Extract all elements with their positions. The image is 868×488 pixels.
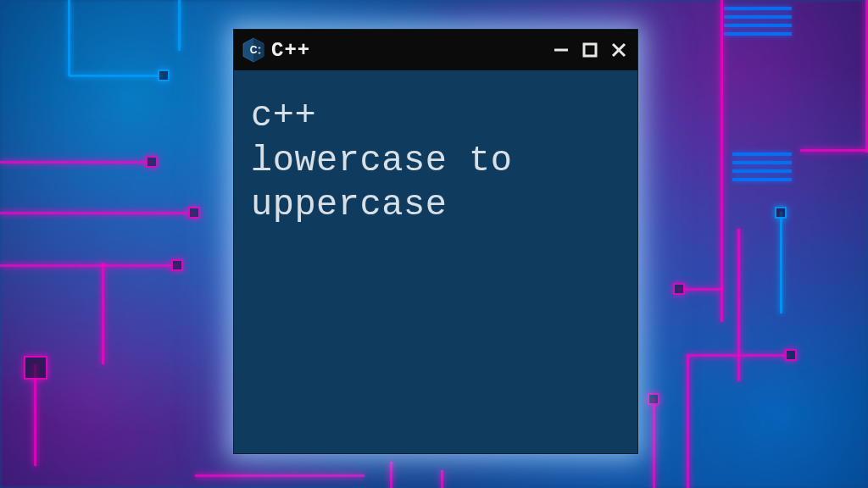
titlebar[interactable]: C + + C++: [234, 30, 637, 70]
app-window: C + + C++ c++ lowercase to uppercase: [233, 29, 638, 454]
window-title: C++: [271, 39, 544, 62]
svg-text:C: C: [250, 44, 258, 56]
maximize-button[interactable]: [580, 40, 600, 60]
minimize-button[interactable]: [551, 40, 571, 60]
svg-rect-6: [584, 44, 596, 56]
cpp-logo-icon: C + +: [242, 37, 264, 63]
close-button[interactable]: [609, 40, 629, 60]
window-controls: [551, 40, 629, 60]
window-content: c++ lowercase to uppercase: [234, 70, 637, 453]
svg-text:+: +: [258, 50, 261, 55]
